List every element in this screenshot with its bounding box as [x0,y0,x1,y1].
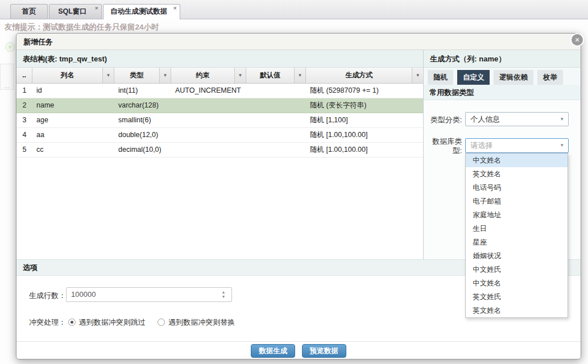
row-index: 1 [16,84,32,98]
tab-random[interactable]: 随机 [428,70,453,85]
tab-autogen-testdata[interactable]: 自动生成测试数据 × [103,4,180,19]
cell-column-name: id [32,84,114,98]
type-category-label: 类型分类: [424,115,462,125]
dropdown-option[interactable]: 家庭地址 [466,208,568,222]
plus-icon[interactable]: + [5,42,15,52]
dropdown-option[interactable]: 英文姓名 [466,304,568,317]
col-header-default: 默认值 [246,68,294,83]
col-header-type: 类型 [114,68,159,83]
spin-up-icon[interactable]: ▲ [222,290,226,294]
table-row[interactable]: 3 age smallint(6) 随机 [1,100] [16,113,423,128]
chevron-down-icon: ▼ [560,113,564,126]
ellipsis-box[interactable]: ... [0,64,14,90]
stepper-icons[interactable]: ▲ ▼ [221,290,226,299]
close-icon[interactable]: × [173,4,177,12]
dropdown-option[interactable]: 中文姓氏 [466,263,568,276]
cell-default [246,113,306,127]
cell-constraint [171,113,246,127]
generate-data-button[interactable]: 数据生成 [251,344,295,358]
cell-type: int(11) [114,84,171,98]
chevron-down-icon[interactable]: ▼ [102,68,114,83]
dropdown-option[interactable]: 电子邮箱 [466,195,568,208]
row-count-label: 生成行数： [29,291,66,301]
type-category-select[interactable]: 个人信息 ▼ [465,112,569,126]
cell-type: double(12,0) [114,128,171,142]
row-index: 4 [16,128,32,142]
cell-constraint [171,128,246,142]
cell-constraint [171,143,246,157]
tab-logic-dependency[interactable]: 逻辑依赖 [494,70,533,85]
friendly-hint-text: 友情提示：测试数据生成的任务只保留24小时 [5,22,159,32]
db-type-label-line1: 数据库类 [432,137,462,146]
generation-method-header: 生成方式（列: name） [424,50,581,68]
col-header-index: .. [16,68,32,83]
generation-tabs: 随机 自定义 逻辑依赖 枚举 [424,68,581,85]
tab-sql-label: SQL窗口 [58,7,87,15]
col-header-genmethod: 生成方式 [306,68,412,83]
tab-enum[interactable]: 枚举 [537,70,563,85]
dropdown-option[interactable]: 生日 [466,222,568,235]
row-count-input[interactable]: 100000 ▲ ▼ [66,287,232,302]
cell-default [246,98,306,113]
close-icon[interactable]: ✕ [572,34,583,46]
close-icon[interactable]: × [95,4,98,12]
db-type-label-line2: 型: [453,146,462,155]
cell-default [246,143,306,157]
db-type-placeholder: 请选择 [470,141,492,150]
chevron-down-icon[interactable]: ▼ [234,68,246,83]
table-structure-header: 表结构(表: tmp_qw_test) [16,50,423,68]
dropdown-option[interactable]: 中文姓名 [466,154,568,167]
common-datatypes-header: 常用数据类型 [424,85,581,100]
table-structure-panel: 表结构(表: tmp_qw_test) .. 列名 ▼ 类型 ▼ 约束 ▼ 默认… [16,50,424,259]
generation-method-panel: 生成方式（列: name） 随机 自定义 逻辑依赖 枚举 常用数据类型 类型分类… [424,50,581,259]
cell-default [246,84,306,98]
new-task-dialog: ✕ 新增任务 表结构(表: tmp_qw_test) .. 列名 ▼ 类型 ▼ … [16,33,581,359]
tab-sql-window[interactable]: SQL窗口 × [49,4,102,19]
table-row-selected[interactable]: 2 name varchar(128) 随机 (变长字符串) [16,98,423,113]
browser-tab-bar: 首页 SQL窗口 × 自动生成测试数据 × [0,0,588,19]
row-index: 3 [16,113,32,127]
chevron-down-icon[interactable]: ▼ [412,68,423,83]
chevron-down-icon[interactable]: ▼ [159,68,171,83]
cell-column-name: age [32,113,114,127]
cell-genmethod: 随机 [1,100] [306,113,423,127]
spin-down-icon[interactable]: ▼ [222,295,226,299]
dropdown-option[interactable]: 英文姓名 [466,167,568,181]
cell-column-name: cc [32,143,114,157]
db-type-label: 数据库类 型: [424,137,462,155]
radio-replace-label[interactable]: 遇到数据冲突则替换 [168,318,235,326]
row-index: 2 [16,98,32,113]
dropdown-option[interactable]: 中文姓名 [466,276,568,290]
dialog-footer: 数据生成 预览数据 [16,341,581,359]
table-row[interactable]: 5 cc decimal(10,0) 随机 [1.00,100.00] [16,143,423,158]
tab-custom[interactable]: 自定义 [457,70,490,85]
conflict-handling-row: 冲突处理： 遇到数据冲突则跳过 遇到数据冲突则替换 [29,317,245,328]
cell-type: smallint(6) [114,113,171,127]
radio-skip-label[interactable]: 遇到数据冲突则跳过 [79,318,146,326]
dropdown-option[interactable]: 电话号码 [466,181,568,195]
dropdown-option[interactable]: 英文姓氏 [466,290,568,304]
cell-column-name: name [32,98,114,113]
cell-default [246,128,306,142]
table-row[interactable]: 4 aa double(12,0) 随机 [1.00,100.00] [16,128,423,143]
dropdown-option[interactable]: 婚姻状况 [466,249,568,263]
table-row[interactable]: 1 id int(11) AUTO_INCREMENT 随机 (52987079… [16,84,423,98]
dialog-title: 新增任务 [16,34,581,50]
chevron-down-icon: ▼ [560,139,564,152]
col-header-name: 列名 [32,68,102,83]
db-type-select[interactable]: 请选择 ▼ [465,138,569,153]
conflict-label: 冲突处理： [29,318,66,326]
dropdown-option[interactable]: 星座 [466,235,568,249]
type-category-value: 个人信息 [470,115,500,123]
cell-type: varchar(128) [114,98,171,113]
tab-home[interactable]: 首页 [10,4,48,19]
radio-replace-on-conflict[interactable] [158,318,165,326]
preview-data-button[interactable]: 预览数据 [302,344,346,358]
cell-column-name: aa [32,128,114,142]
tab-autogen-label: 自动生成测试数据 [110,7,167,15]
cell-constraint [171,98,246,113]
row-index: 5 [16,143,32,157]
cell-genmethod: 随机 [1.00,100.00] [306,128,423,142]
radio-skip-on-conflict[interactable] [68,318,76,326]
chevron-down-icon[interactable]: ▼ [294,68,305,83]
